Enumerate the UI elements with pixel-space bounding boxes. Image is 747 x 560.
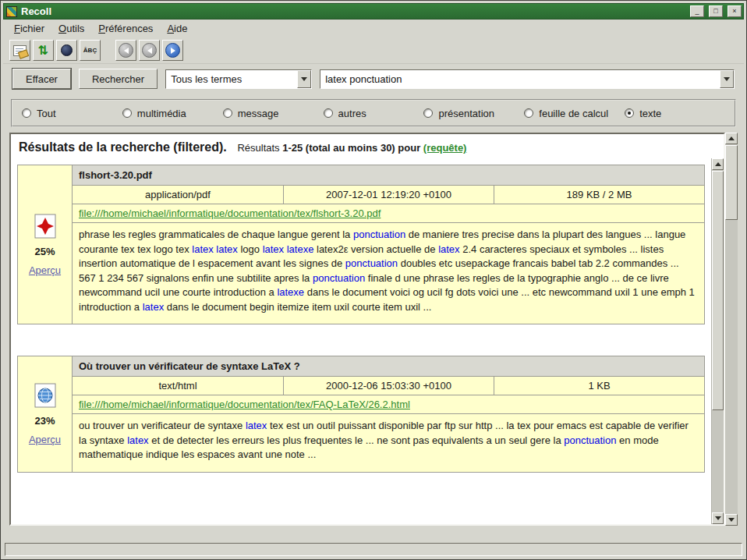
statusbar	[5, 543, 742, 556]
search-mode-value: Tous les termes	[166, 70, 297, 88]
filter-presentation[interactable]: présentation	[423, 108, 524, 119]
result-title: flshort-3.20.pdf	[73, 165, 704, 186]
menu-item-fichier[interactable]: Fichier	[7, 20, 51, 37]
results-area: Résultats de la recherche (filtered). Ré…	[9, 133, 738, 526]
filter-autres[interactable]: autres	[324, 108, 424, 119]
highlighted-term: latexe	[277, 286, 304, 298]
html-file-icon	[34, 383, 57, 408]
outer-scrollbar-trough[interactable]	[725, 144, 738, 514]
inner-scrollbar-trough[interactable]	[712, 170, 724, 512]
clear-search-button[interactable]	[9, 40, 30, 61]
filter-label: autres	[338, 108, 366, 119]
forward-arrow-icon	[165, 43, 180, 58]
search-button[interactable]: Rechercher	[79, 69, 158, 89]
result-side-panel: 23% Aperçu	[18, 356, 73, 472]
results-range: 1-25 (total au moins 30) pour	[282, 142, 420, 154]
titlebar[interactable]: Recoll _ □ ×	[3, 3, 744, 19]
next-page-button[interactable]	[162, 40, 183, 61]
result-info-row: text/html 2000-12-06 15:03:30 +0100 1 KB	[73, 377, 704, 395]
highlighted-term: ponctuation	[564, 434, 616, 446]
highlighted-term: ponctuation	[353, 229, 405, 240]
radio-icon	[324, 108, 333, 118]
preview-link[interactable]: Aperçu	[29, 434, 61, 445]
abc-spell-icon: ÂBÇ	[83, 47, 97, 54]
search-mode-select[interactable]: Tous les termes	[165, 69, 312, 89]
filter-tout[interactable]: Tout	[22, 108, 122, 119]
scroll-down-icon[interactable]	[712, 512, 724, 524]
results-header: Résultats de la recherche (filtered). Ré…	[11, 134, 724, 158]
result-title: Où trouver un vérificateur de syntaxe La…	[73, 356, 704, 377]
search-input[interactable]	[320, 70, 720, 88]
highlighted-term: latex	[143, 301, 164, 313]
radio-icon	[423, 108, 433, 118]
search-input-wrap	[320, 69, 735, 89]
highlighted-term: latex	[127, 434, 148, 446]
result-side-panel: 25% Aperçu	[18, 165, 73, 324]
result-mime-type: application/pdf	[73, 186, 283, 204]
highlighted-term: latex	[246, 420, 267, 431]
menu-item-outils[interactable]: Outils	[51, 20, 91, 37]
previous-page-button[interactable]	[139, 40, 160, 61]
filter-multimedia[interactable]: multimédia	[122, 108, 223, 119]
term-explorer-button[interactable]: ÂBÇ	[80, 40, 101, 61]
scroll-down-icon[interactable]	[725, 514, 738, 526]
relevance-percent: 25%	[34, 246, 55, 257]
clear-button[interactable]: Effacer	[12, 69, 71, 89]
result-item: 23% Aperçu Où trouver un vérificateur de…	[17, 356, 705, 473]
result-url-link[interactable]: file:///home/michael/informatique/docume…	[79, 399, 410, 410]
filter-texte[interactable]: texte	[625, 108, 725, 119]
menu-item-aide[interactable]: Aide	[160, 20, 194, 37]
chevron-down-icon[interactable]	[720, 70, 734, 88]
history-button[interactable]	[56, 40, 77, 61]
filter-label: multimédia	[137, 108, 186, 119]
highlighted-term: ponctuation	[345, 257, 398, 269]
result-info-row: application/pdf 2007-12-01 12:19:20 +010…	[73, 186, 704, 204]
filter-feuille-de-calcul[interactable]: feuille de calcul	[524, 108, 625, 119]
filter-message[interactable]: message	[223, 108, 324, 119]
close-icon[interactable]: ×	[728, 5, 742, 17]
radio-icon	[223, 108, 232, 118]
outer-scrollbar[interactable]	[725, 133, 738, 526]
radio-icon	[524, 108, 533, 118]
filter-bar: Toutmultimédiamessageautresprésentationf…	[11, 99, 736, 127]
outer-scrollbar-thumb[interactable]	[725, 145, 738, 220]
result-snippet: phrase les regles grammaticales de chaqu…	[73, 223, 704, 324]
chevron-down-icon[interactable]	[297, 70, 311, 88]
scroll-up-icon[interactable]	[725, 133, 738, 144]
filter-label: Tout	[37, 108, 56, 119]
inner-scrollbar[interactable]	[711, 158, 724, 524]
filter-label: texte	[639, 108, 661, 119]
radio-icon	[22, 108, 31, 118]
result-url-link[interactable]: file:///home/michael/informatique/docume…	[79, 207, 381, 219]
relevance-percent: 23%	[34, 415, 55, 427]
inner-scrollbar-thumb[interactable]	[712, 171, 724, 410]
search-controls: Effacer Rechercher Tous les termes	[3, 64, 744, 93]
first-page-button[interactable]	[115, 40, 136, 61]
results-scroll-region: 25% Aperçu flshort-3.20.pdf application/…	[11, 158, 724, 524]
preview-link[interactable]: Aperçu	[29, 264, 61, 276]
result-url-row: file:///home/michael/informatique/docume…	[73, 395, 704, 414]
filter-label: feuille de calcul	[539, 108, 608, 119]
toolbar: ⇅ ÂBÇ	[3, 37, 744, 64]
results-list: 25% Aperçu flshort-3.20.pdf application/…	[11, 158, 711, 524]
minimize-icon[interactable]: _	[690, 5, 704, 17]
window-title: Recoll	[21, 5, 685, 17]
highlighted-term: latex latexe	[263, 243, 314, 255]
maximize-icon[interactable]: □	[709, 5, 723, 17]
menu-item-preferences[interactable]: Préférences	[91, 20, 160, 37]
sort-button[interactable]: ⇅	[33, 40, 54, 61]
result-date: 2000-12-06 15:03:30 +0100	[283, 377, 494, 395]
results-pane: Résultats de la recherche (filtered). Ré…	[9, 133, 725, 526]
radio-checked-icon	[625, 108, 634, 118]
result-mime-type: text/html	[73, 377, 283, 395]
result-snippet: ou trouver un verificateur de syntaxe la…	[73, 414, 704, 472]
result-size: 189 KB / 2 MB	[494, 186, 704, 204]
results-count-label: Résultats	[237, 142, 279, 154]
result-date: 2007-12-01 12:19:20 +0100	[283, 186, 494, 204]
scroll-up-icon[interactable]	[712, 158, 724, 170]
erase-icon	[13, 45, 27, 56]
result-item: 25% Aperçu flshort-3.20.pdf application/…	[17, 165, 705, 324]
pdf-file-icon	[34, 214, 57, 239]
clock-icon	[61, 44, 73, 56]
query-link[interactable]: (requête)	[423, 142, 467, 154]
